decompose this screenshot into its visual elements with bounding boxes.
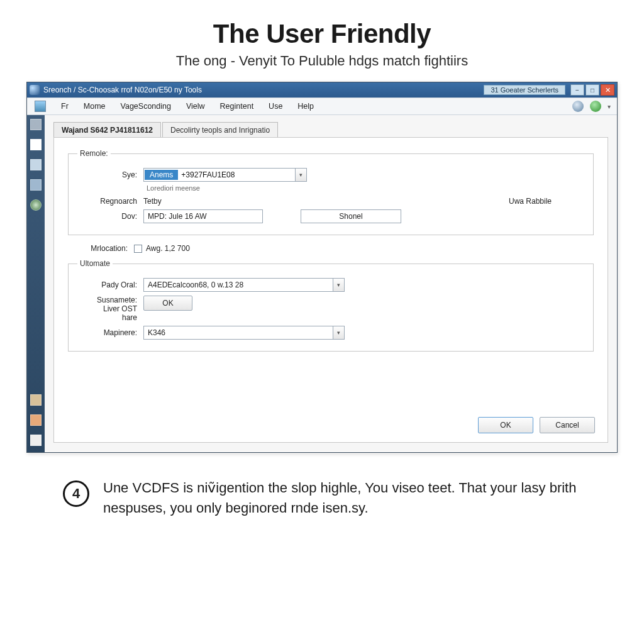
susna-label-3: hare <box>77 313 137 322</box>
side-icon-bottom-3[interactable] <box>30 435 42 446</box>
tool-icon <box>35 101 46 112</box>
toolbar-lead[interactable] <box>27 101 53 112</box>
tetby-label: Tetby <box>143 197 181 206</box>
menu-items: Fr Mome VageSconding Vielw Regintent Use… <box>53 102 566 111</box>
footnote: 4 Une VCDFS is niṽigention the slop high… <box>13 453 631 518</box>
sye-subnote: Lorediori meense <box>147 184 584 192</box>
app-icon <box>30 85 40 95</box>
page-title: The User Friendly <box>13 19 631 49</box>
remole-group: Remole: Sye: Anems +3927FAU1E08 ▾ Loredi… <box>68 149 594 235</box>
menu-help[interactable]: Help <box>290 102 321 111</box>
toolbar-right: ▾ <box>566 101 617 112</box>
cancel-button[interactable]: Cancel <box>540 417 595 433</box>
shonel-input[interactable]: Shonel <box>301 209 401 223</box>
mpd-input[interactable]: MPD: Jule 16 AW <box>143 209 263 223</box>
menu-regintent[interactable]: Regintent <box>213 102 262 111</box>
menu-fr[interactable]: Fr <box>53 102 76 111</box>
page-subtitle: The ong - Venyit To Puluble hdgs match f… <box>13 53 631 69</box>
mrlocation-checkbox-label: Awg. 1,2 700 <box>146 244 190 253</box>
menu-view[interactable]: Vielw <box>179 102 213 111</box>
uwa-label: Uwa Rabbile <box>509 197 584 206</box>
mrlocation-checkbox[interactable]: Awg. 1,2 700 <box>134 244 190 253</box>
pady-label: Pady Oral: <box>77 280 137 289</box>
remole-legend: Remole: <box>77 149 111 158</box>
left-toolbar <box>27 115 45 452</box>
step-badge: 4 <box>63 480 89 507</box>
mapinere-label: Mapinere: <box>77 328 137 337</box>
ok-button[interactable]: OK <box>478 417 533 433</box>
mapinere-value: K346 <box>144 328 333 337</box>
mapinere-combo[interactable]: K346 ▾ <box>143 326 345 340</box>
titlebar-right-label: 31 Goeater Scherlerts <box>484 85 565 95</box>
susna-label-2: Liver OST <box>77 304 137 313</box>
sye-select[interactable]: Anems +3927FAU1E08 ▾ <box>143 168 307 182</box>
tab-active[interactable]: Wajand S642 PJ41811612 <box>53 122 161 138</box>
ultomate-group: Ultomate Pady Oral: A4EDEcalcoon68, 0 w.… <box>68 259 594 352</box>
sye-label: Sye: <box>77 170 137 179</box>
regnoarch-label: Regnoarch <box>77 197 137 206</box>
menu-mome[interactable]: Mome <box>76 102 113 111</box>
tabs: Wajand S642 PJ41811612 Decolirty teopls … <box>53 121 608 138</box>
tab-inactive[interactable]: Decolirty teopls and Inrignatio <box>162 122 278 138</box>
susna-label-1: Susnamete: <box>77 296 137 304</box>
minimize-button[interactable] <box>570 84 584 96</box>
chevron-down-icon[interactable]: ▾ <box>333 279 344 291</box>
side-icon-bottom-2[interactable] <box>30 414 42 426</box>
ultomate-ok-button[interactable]: OK <box>143 296 192 311</box>
pady-combo[interactable]: A4EDEcalcoon68, 0 w.13 28 ▾ <box>143 278 345 292</box>
sye-rest: +3927FAU1E08 <box>179 170 295 179</box>
menubar: Fr Mome VageSconding Vielw Regintent Use… <box>27 97 617 115</box>
side-icon-bottom-1[interactable] <box>30 394 42 406</box>
checkbox-icon <box>134 245 142 253</box>
side-icon-1[interactable] <box>30 119 42 130</box>
tab-body: Remole: Sye: Anems +3927FAU1E08 ▾ Loredi… <box>53 137 608 443</box>
user-icon[interactable] <box>572 101 584 112</box>
titlebar: Sreonch / Sc-Choosak rrof N02on/E50 ny T… <box>27 82 617 97</box>
sye-chip: Anems <box>145 170 178 180</box>
menu-vagesconding[interactable]: VageSconding <box>113 102 179 111</box>
close-button[interactable] <box>601 84 614 96</box>
side-icon-2[interactable] <box>30 139 42 150</box>
maximize-button[interactable] <box>586 84 599 96</box>
chevron-down-icon[interactable]: ▾ <box>295 169 306 181</box>
chevron-down-icon[interactable]: ▾ <box>333 326 344 339</box>
pady-value: A4EDEcalcoon68, 0 w.13 28 <box>144 280 333 289</box>
mrlocation-label: Mrlocation: <box>68 244 128 253</box>
app-window: Sreonch / Sc-Choosak rrof N02on/E50 ny T… <box>26 82 618 453</box>
window-title: Sreonch / Sc-Choosak rrof N02on/E50 ny T… <box>43 86 484 94</box>
page-heading: The User Friendly The ong - Venyit To Pu… <box>13 19 631 69</box>
side-icon-4[interactable] <box>30 179 42 191</box>
menu-use[interactable]: Use <box>261 102 290 111</box>
dov-label: Dov: <box>77 212 137 221</box>
toolbar-caret-icon[interactable]: ▾ <box>608 103 611 110</box>
side-icon-5[interactable] <box>30 199 42 211</box>
globe-icon[interactable] <box>590 101 601 112</box>
ultomate-legend: Ultomate <box>77 259 113 268</box>
footnote-text: Une VCDFS is niṽigention the slop highle… <box>103 478 581 518</box>
side-icon-3[interactable] <box>30 159 42 170</box>
main-pane: Wajand S642 PJ41811612 Decolirty teopls … <box>45 115 617 452</box>
dialog-buttons: OK Cancel <box>478 417 595 433</box>
